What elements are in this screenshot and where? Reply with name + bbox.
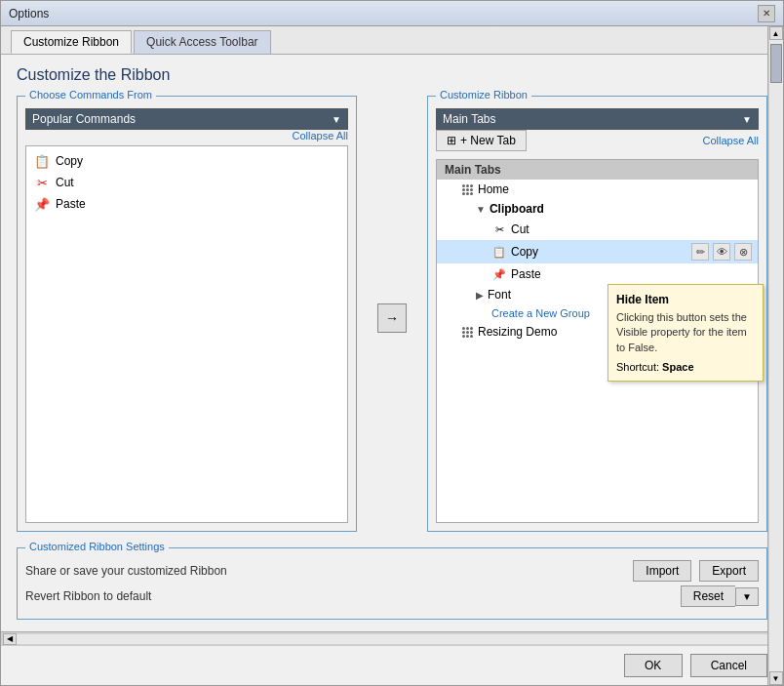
edit-icon: ✏ <box>696 246 705 259</box>
settings-group-label: Customized Ribbon Settings <box>25 541 169 552</box>
share-save-row: Share or save your customized Ribbon Imp… <box>25 560 759 582</box>
export-button[interactable]: Export <box>699 560 759 582</box>
clipboard-label: Clipboard <box>490 202 544 216</box>
settings-group: Customized Ribbon Settings Share or save… <box>17 547 767 620</box>
list-item-copy[interactable]: 📋 Copy <box>26 150 347 172</box>
tooltip-shortcut-key: Space <box>662 361 693 373</box>
tree-item-cut[interactable]: ✂ Cut <box>437 219 758 240</box>
eye-icon: 👁 <box>717 246 727 258</box>
tooltip-text: Clicking this button sets the Visible pr… <box>616 310 755 355</box>
commands-list: 📋 Copy ✂ Cut 📌 Paste <box>25 145 348 523</box>
tabs-bar: Customize Ribbon Quick Access Toolbar <box>1 26 783 55</box>
cut-tree-icon: ✂ <box>491 222 507 237</box>
commands-dropdown-arrow: ▼ <box>332 114 341 125</box>
tooltip-title: Hide Item <box>616 293 755 306</box>
horizontal-scrollbar: ◀ ▶ <box>1 631 783 645</box>
reset-button[interactable]: Reset <box>681 585 735 607</box>
ribbon-dropdown-row: Main Tabs ▼ <box>436 108 759 130</box>
copy-tree-label: Copy <box>511 245 538 259</box>
share-save-label: Share or save your customized Ribbon <box>25 564 625 578</box>
copy-icon: 📋 <box>34 153 50 169</box>
choose-commands-label: Choose Commands From <box>25 89 156 101</box>
tree-item-clipboard[interactable]: ▼ Clipboard <box>437 199 758 219</box>
scroll-left-button[interactable]: ◀ <box>3 633 17 645</box>
commands-dropdown-value: Popular Commands <box>32 112 136 126</box>
tree-item-copy[interactable]: 📋 Copy ✏ 👁 ⊗ <box>437 240 758 263</box>
revert-label: Revert Ribbon to default <box>25 589 673 603</box>
cut-icon: ✂ <box>34 175 50 190</box>
customize-ribbon-label: Customize Ribbon <box>436 89 531 101</box>
right-collapse-all[interactable]: Collapse All <box>703 135 759 146</box>
ribbon-dropdown[interactable]: Main Tabs ▼ <box>436 108 759 130</box>
copy-label: Copy <box>56 154 83 168</box>
add-to-ribbon-button[interactable]: → <box>377 303 407 333</box>
edit-copy-button[interactable]: ✏ <box>691 243 709 261</box>
tab-customize-ribbon[interactable]: Customize Ribbon <box>11 30 132 54</box>
left-column: Choose Commands From Popular Commands ▼ … <box>17 96 357 540</box>
left-collapse-all[interactable]: Collapse All <box>25 130 348 141</box>
cut-tree-label: Cut <box>511 222 529 236</box>
resizing-label: Resizing Demo <box>478 325 557 339</box>
home-label: Home <box>478 182 509 196</box>
commands-dropdown-row: Popular Commands ▼ <box>25 108 348 130</box>
list-item-cut[interactable]: ✂ Cut <box>26 172 347 193</box>
resizing-drag-handle <box>460 325 474 339</box>
visibility-copy-button[interactable]: 👁 <box>713 243 730 261</box>
new-tab-button[interactable]: ⊞ + New Tab <box>436 130 527 151</box>
tab-quick-access[interactable]: Quick Access Toolbar <box>134 30 271 54</box>
choose-commands-group: Choose Commands From Popular Commands ▼ … <box>17 96 357 532</box>
close-button[interactable]: ✕ <box>758 5 775 22</box>
ribbon-dropdown-value: Main Tabs <box>443 112 495 126</box>
arrow-column: → <box>372 96 412 540</box>
scroll-track <box>17 634 767 644</box>
list-item-paste[interactable]: 📌 Paste <box>26 193 347 215</box>
font-label: Font <box>488 288 511 302</box>
title-bar: Options ✕ <box>1 1 783 26</box>
paste-icon: 📌 <box>34 196 50 212</box>
revert-row: Revert Ribbon to default Reset ▼ <box>25 585 759 607</box>
reset-dropdown: Reset ▼ <box>681 585 759 607</box>
new-tab-label: + New Tab <box>460 134 516 147</box>
scroll-track-vertical <box>769 40 783 671</box>
right-header-row: ⊞ + New Tab Collapse All <box>436 130 759 155</box>
arrow-icon: → <box>385 310 399 326</box>
paste-tree-label: Paste <box>511 267 541 281</box>
home-drag-handle <box>460 182 474 196</box>
scroll-thumb[interactable] <box>770 44 782 83</box>
commands-dropdown[interactable]: Popular Commands ▼ <box>25 108 348 130</box>
scroll-down-button[interactable]: ▼ <box>769 671 783 685</box>
tooltip-shortcut: Shortcut: Space <box>616 361 755 373</box>
paste-tree-icon: 📌 <box>491 266 507 282</box>
copy-actions: ✏ 👁 ⊗ <box>691 243 752 261</box>
window-title: Options <box>9 7 49 20</box>
plus-icon: ⊞ <box>447 134 456 147</box>
page-title: Customize the Ribbon <box>17 66 767 84</box>
options-window: Options ✕ Customize Ribbon Quick Access … <box>0 0 784 686</box>
vertical-scrollbar: ▲ ▼ <box>767 26 783 685</box>
font-chevron: ▶ <box>476 290 484 301</box>
scroll-up-button[interactable]: ▲ <box>769 26 783 40</box>
cut-label: Cut <box>56 176 74 189</box>
tree-item-paste[interactable]: 📌 Paste <box>437 263 758 285</box>
footer-bar: OK Cancel <box>1 645 783 685</box>
remove-copy-button[interactable]: ⊗ <box>734 243 752 261</box>
tooltip-shortcut-label: Shortcut: <box>616 361 659 373</box>
reset-dropdown-arrow[interactable]: ▼ <box>735 587 759 606</box>
clipboard-chevron: ▼ <box>476 204 486 215</box>
ok-button[interactable]: OK <box>624 654 683 677</box>
remove-icon: ⊗ <box>739 246 748 259</box>
tree-item-home[interactable]: Home <box>437 180 758 199</box>
ribbon-dropdown-arrow: ▼ <box>742 114 752 125</box>
paste-label: Paste <box>56 197 86 211</box>
main-tabs-header: Main Tabs <box>437 160 758 180</box>
hide-item-tooltip: Hide Item Clicking this button sets the … <box>608 284 764 382</box>
import-button[interactable]: Import <box>633 560 691 582</box>
cancel-button[interactable]: Cancel <box>690 654 767 677</box>
copy-tree-icon: 📋 <box>491 244 507 260</box>
